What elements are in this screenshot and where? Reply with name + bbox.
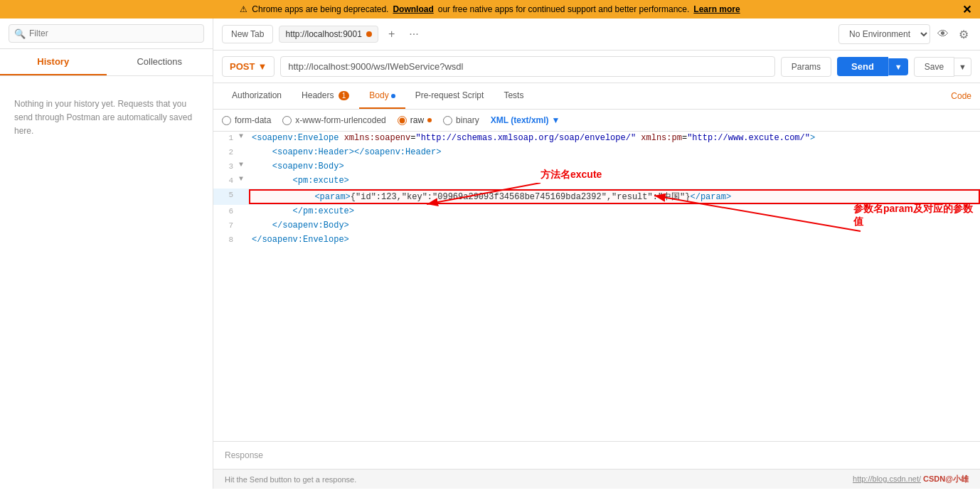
form-data-option[interactable]: form-data: [222, 115, 271, 125]
code-line-3: 3 ▼ <soapenv:Body>: [213, 160, 980, 174]
send-dropdown-button[interactable]: ▼: [888, 58, 908, 75]
bottom-bar: Hit the Send button to get a response. h…: [213, 469, 980, 489]
xml-type-select[interactable]: XML (text/xml) ▼: [491, 115, 560, 125]
add-tab-button[interactable]: +: [384, 26, 399, 42]
learn-more-link[interactable]: Learn more: [693, 4, 740, 14]
binary-option[interactable]: binary: [443, 115, 479, 125]
gear-icon[interactable]: ⚙: [956, 25, 971, 44]
save-dropdown-button[interactable]: ▼: [954, 58, 971, 76]
toggle-1[interactable]: ▼: [239, 132, 249, 140]
tab-status-dot: [366, 31, 372, 37]
raw-active-dot: [427, 118, 432, 122]
download-link[interactable]: Download: [393, 4, 433, 14]
code-line-2: 2 <soapenv:Header></soapenv:Header>: [213, 146, 980, 160]
x-www-option[interactable]: x-www-form-urlencoded: [282, 115, 385, 125]
save-button[interactable]: Save: [914, 57, 954, 77]
sidebar: 🔍 History Collections Nothing in your hi…: [0, 18, 213, 489]
request-tabs: Authorization Headers 1 Body Pre-request…: [213, 83, 980, 110]
tab-headers[interactable]: Headers 1: [292, 83, 359, 109]
branding-text: CSDN@小雄: [923, 475, 969, 483]
code-line-1: 1 ▼ <soapenv:Envelope xmlns:soapenv="htt…: [213, 132, 980, 146]
notification-bar: ⚠ Chrome apps are being deprecated. Down…: [0, 0, 980, 18]
env-select-group: No Environment 👁 ⚙: [838, 24, 971, 44]
filter-section: 🔍: [0, 18, 213, 49]
send-button-group: Send ▼: [837, 57, 908, 76]
main-area: New Tab http://localhost:9001 + ··· No E…: [213, 18, 980, 489]
tab-url-display: http://localhost:9001: [279, 26, 378, 43]
send-button[interactable]: Send: [837, 57, 888, 76]
code-link[interactable]: Code: [951, 91, 971, 101]
history-empty-message: Nothing in your history yet. Requests th…: [0, 76, 213, 160]
xml-chevron-icon: ▼: [552, 115, 560, 125]
toggle-3[interactable]: ▼: [239, 161, 249, 169]
eye-icon[interactable]: 👁: [934, 25, 952, 43]
response-label: Response: [225, 450, 263, 460]
notif-middle: our free native apps for continued suppo…: [438, 4, 690, 14]
environment-dropdown[interactable]: No Environment: [838, 24, 930, 44]
code-line-4: 4 ▼ <pm:excute>: [213, 174, 980, 189]
code-line-6: 6 </pm:excute>: [213, 205, 980, 219]
code-line-7: 7 </soapenv:Body>: [213, 219, 980, 233]
tab-pre-request[interactable]: Pre-request Script: [405, 83, 494, 109]
notif-message: Chrome apps are being deprecated.: [252, 4, 388, 14]
tab-authorization[interactable]: Authorization: [222, 83, 292, 109]
send-hint: Hit the Send button to get a response.: [225, 475, 356, 484]
sidebar-tabs: History Collections: [0, 49, 213, 76]
filter-input[interactable]: [9, 24, 204, 43]
warning-icon: ⚠: [240, 4, 247, 14]
raw-option[interactable]: raw: [398, 115, 432, 125]
code-editor[interactable]: 1 ▼ <soapenv:Envelope xmlns:soapenv="htt…: [213, 132, 980, 441]
bottom-url[interactable]: http://blog.csdn.net/: [853, 475, 921, 483]
tab-options-button[interactable]: ···: [405, 26, 422, 42]
method-label: POST: [230, 61, 255, 72]
close-icon[interactable]: ✕: [962, 3, 971, 16]
params-button[interactable]: Params: [781, 57, 831, 77]
toggle-4[interactable]: ▼: [239, 175, 249, 183]
save-button-group: Save ▼: [914, 57, 971, 77]
topbar: New Tab http://localhost:9001 + ··· No E…: [213, 18, 980, 51]
tab-body[interactable]: Body: [359, 83, 405, 109]
response-area: Response: [213, 441, 980, 469]
tab-history[interactable]: History: [0, 49, 107, 75]
method-chevron-icon: ▼: [257, 61, 267, 72]
new-tab-button[interactable]: New Tab: [222, 25, 273, 43]
request-bar: POST ▼ Params Send ▼ Save ▼: [213, 51, 980, 83]
tab-tests[interactable]: Tests: [494, 83, 533, 109]
tab-url-text: http://localhost:9001: [285, 29, 361, 39]
search-icon: 🔍: [14, 28, 26, 39]
url-input[interactable]: [280, 56, 774, 77]
code-line-8: 8 </soapenv:Envelope>: [213, 233, 980, 248]
method-dropdown[interactable]: POST ▼: [222, 56, 275, 77]
tab-collections[interactable]: Collections: [107, 49, 213, 75]
body-options: form-data x-www-form-urlencoded raw bina…: [213, 110, 980, 132]
code-line-5: 5 <param>{"id":123,"key":"09969a29093f34…: [213, 189, 980, 205]
bottom-url-branding: http://blog.csdn.net/ CSDN@小雄: [853, 474, 969, 484]
